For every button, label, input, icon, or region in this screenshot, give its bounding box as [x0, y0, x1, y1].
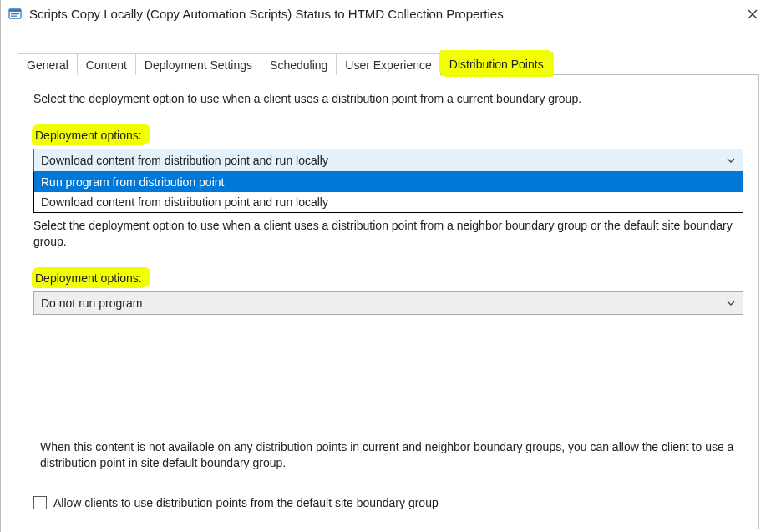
tab-panel-distribution-points: Select the deployment option to use when… — [18, 74, 759, 529]
tab-scheduling[interactable]: Scheduling — [261, 53, 337, 75]
tab-label: Scheduling — [270, 58, 327, 72]
deployment-options-dropdown-1: Run program from distribution point Down… — [33, 172, 743, 213]
dropdown-item-run-from-dp[interactable]: Run program from distribution point — [34, 172, 743, 192]
deployment-options-label-1: Deployment options: — [33, 127, 147, 144]
svg-rect-1 — [9, 9, 21, 12]
fallback-description: When this content is not available on an… — [40, 439, 740, 471]
dropdown-item-download-run-locally[interactable]: Download content from distribution point… — [34, 192, 743, 212]
app-icon — [8, 7, 23, 22]
tab-deployment-settings[interactable]: Deployment Settings — [135, 53, 261, 75]
chevron-down-icon — [723, 295, 739, 312]
label-text: Deployment options: — [35, 271, 142, 285]
combo-value: Download content from distribution point… — [41, 154, 328, 167]
section2-description: Select the deployment option to use when… — [33, 218, 743, 250]
close-icon — [748, 9, 758, 19]
allow-default-dp-row: Allow clients to use distribution points… — [33, 496, 740, 509]
client-area: General Content Deployment Settings Sche… — [1, 28, 776, 529]
chevron-down-icon — [723, 152, 739, 169]
svg-rect-2 — [11, 13, 19, 14]
title-bar: Scripts Copy Locally (Copy Automation Sc… — [1, 0, 776, 28]
window-title: Scripts Copy Locally (Copy Automation Sc… — [29, 7, 736, 21]
close-button[interactable] — [736, 2, 769, 27]
section1-description: Select the deployment option to use when… — [33, 92, 743, 105]
tab-strip: General Content Deployment Settings Sche… — [18, 52, 759, 75]
tab-label: User Experience — [345, 58, 432, 72]
tab-label: Deployment Settings — [145, 58, 252, 72]
tab-user-experience[interactable]: User Experience — [336, 53, 441, 75]
deployment-options-combo-1[interactable]: Download content from distribution point… — [33, 149, 743, 172]
allow-default-dp-label: Allow clients to use distribution points… — [53, 496, 439, 509]
tab-label: Content — [86, 58, 127, 72]
tab-general[interactable]: General — [18, 53, 78, 75]
dialog-window: Scripts Copy Locally (Copy Automation Sc… — [0, 0, 776, 532]
allow-default-dp-checkbox[interactable] — [33, 496, 47, 509]
tab-content[interactable]: Content — [77, 53, 136, 75]
deployment-options-combo-2[interactable]: Do not run program — [33, 291, 743, 315]
deployment-options-label-2: Deployment options: — [33, 270, 147, 286]
svg-rect-3 — [11, 15, 17, 16]
label-text: Deployment options: — [35, 129, 142, 142]
combo-value: Do not run program — [41, 296, 142, 310]
tab-distribution-points[interactable]: Distribution Points — [440, 52, 553, 76]
tab-label: General — [27, 58, 68, 72]
tab-label: Distribution Points — [449, 58, 544, 71]
